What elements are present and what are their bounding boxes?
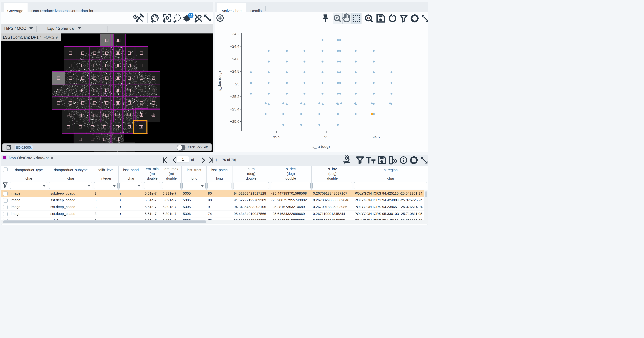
svg-text:−25.2: −25.2 (230, 94, 240, 99)
svg-text:−25.6: −25.6 (230, 119, 240, 124)
svg-text:−25.4: −25.4 (230, 107, 240, 111)
svg-text:s_dec (deg): s_dec (deg) (218, 71, 222, 91)
svg-text:−24.4: −24.4 (230, 44, 240, 48)
svg-text:−24.6: −24.6 (230, 57, 240, 61)
svg-text:−25: −25 (233, 82, 239, 86)
svg-text:95: 95 (324, 135, 328, 139)
svg-text:95.5: 95.5 (273, 135, 280, 139)
svg-text:−24.2: −24.2 (230, 32, 240, 36)
svg-text:94.5: 94.5 (372, 135, 380, 139)
svg-text:−24.8: −24.8 (230, 69, 240, 74)
svg-text:13: 13 (189, 14, 192, 17)
svg-text:s_ra (deg): s_ra (deg) (312, 144, 330, 148)
svg-text:1X: 1X (367, 16, 370, 20)
